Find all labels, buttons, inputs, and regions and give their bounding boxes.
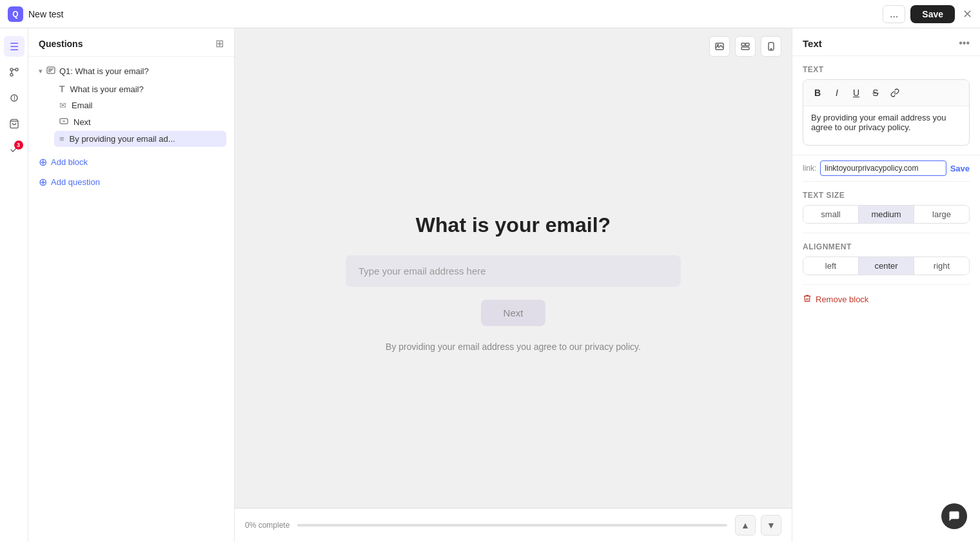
block-item-title[interactable]: T What is your email? bbox=[54, 81, 226, 97]
svg-point-1 bbox=[15, 68, 18, 71]
block-label-next: Next bbox=[74, 117, 91, 127]
nav-down-button[interactable]: ▼ bbox=[761, 515, 781, 536]
alignment-label: Alignment bbox=[803, 242, 970, 251]
notification-badge: 3 bbox=[14, 140, 23, 150]
save-button[interactable]: Save bbox=[910, 5, 955, 23]
email-block-icon: ✉ bbox=[59, 101, 66, 110]
right-panel: Text ••• Text B I U S By providing your … bbox=[792, 28, 980, 542]
progress-bar bbox=[297, 524, 727, 527]
question-main-row[interactable]: ▾ Q1: What is your email? bbox=[36, 62, 226, 81]
canvas-tool-mobile[interactable] bbox=[761, 36, 781, 57]
block-label-privacy: By providing your email ad... bbox=[70, 134, 175, 144]
topbar: Q New test ... Save ✕ bbox=[0, 0, 980, 28]
rail-list-icon[interactable]: ☰ bbox=[4, 36, 24, 57]
topbar-left: Q New test bbox=[8, 6, 63, 22]
block-item-privacy[interactable]: ≡ By providing your email ad... bbox=[54, 131, 226, 147]
size-selector: small medium large bbox=[803, 205, 970, 224]
link-input[interactable] bbox=[820, 160, 946, 176]
canvas-toolbar bbox=[235, 28, 792, 57]
bold-button[interactable]: B bbox=[808, 84, 827, 102]
strikethrough-button[interactable]: S bbox=[867, 84, 885, 102]
align-selector: left center right bbox=[803, 256, 970, 275]
right-panel-header: Text ••• bbox=[792, 28, 980, 56]
text-editor: B I U S By providing your email address … bbox=[803, 79, 970, 146]
alignment-section: Alignment left center right bbox=[792, 233, 980, 284]
canvas-tool-image[interactable] bbox=[709, 36, 730, 57]
block-item-next[interactable]: Next bbox=[54, 113, 226, 131]
icon-rail: ☰ 3 bbox=[0, 28, 28, 542]
right-panel-more-icon[interactable]: ••• bbox=[959, 37, 970, 49]
text-size-label: Text Size bbox=[803, 191, 970, 200]
rail-cart-icon[interactable] bbox=[4, 113, 24, 134]
canvas-nav-buttons: ▲ ▼ bbox=[735, 515, 781, 536]
rail-theme-icon[interactable] bbox=[4, 88, 24, 108]
questions-header: Questions ⊞ bbox=[28, 28, 234, 57]
canvas-content: What is your email? Type your email addr… bbox=[333, 57, 694, 508]
topbar-title: New test bbox=[28, 9, 63, 19]
add-block-label: Add block bbox=[51, 157, 88, 167]
question-type-icon bbox=[46, 66, 55, 77]
align-left-option[interactable]: left bbox=[803, 257, 858, 275]
privacy-policy-text: By providing your email address you agre… bbox=[386, 342, 641, 352]
canvas-bottom-bar: 0% complete ▲ ▼ bbox=[235, 508, 792, 542]
remove-block-label: Remove block bbox=[816, 295, 868, 304]
add-question-plus-icon: ⊕ bbox=[39, 176, 47, 188]
link-label: link: bbox=[803, 164, 816, 173]
svg-point-19 bbox=[770, 48, 772, 50]
canvas-tool-layout[interactable] bbox=[735, 36, 756, 57]
size-small-option[interactable]: small bbox=[803, 206, 858, 223]
link-row: link: Save bbox=[792, 155, 980, 181]
add-block-plus-icon: ⊕ bbox=[39, 156, 47, 168]
text-editor-content[interactable]: By providing your email address you agre… bbox=[803, 106, 969, 145]
collapse-icon[interactable]: ▾ bbox=[39, 67, 43, 75]
add-question-button[interactable]: ⊕ Add question bbox=[28, 172, 110, 192]
svg-point-0 bbox=[10, 68, 13, 71]
italic-button[interactable]: I bbox=[828, 84, 846, 102]
question-title: What is your email? bbox=[416, 213, 611, 237]
progress-label: 0% complete bbox=[245, 521, 289, 530]
main-canvas: What is your email? Type your email addr… bbox=[235, 28, 792, 542]
questions-panel-title: Questions bbox=[39, 39, 83, 49]
text-section-label: Text bbox=[803, 65, 970, 74]
block-list: T What is your email? ✉ Email Next bbox=[36, 81, 226, 147]
nav-up-button[interactable]: ▲ bbox=[735, 515, 756, 536]
underline-button[interactable]: U bbox=[847, 84, 865, 102]
trash-icon bbox=[803, 294, 812, 305]
link-format-button[interactable] bbox=[886, 84, 904, 102]
align-center-option[interactable]: center bbox=[858, 257, 914, 275]
size-large-option[interactable]: large bbox=[914, 206, 969, 223]
add-question-label: Add question bbox=[51, 177, 100, 187]
rail-check-icon[interactable]: 3 bbox=[4, 139, 24, 160]
next-block-icon bbox=[59, 117, 68, 128]
svg-rect-16 bbox=[746, 43, 750, 46]
text-editor-toolbar: B I U S bbox=[803, 80, 969, 106]
link-save-button[interactable]: Save bbox=[950, 164, 970, 173]
app-icon: Q bbox=[8, 6, 23, 22]
questions-panel: Questions ⊞ ▾ Q1: What is your email? T … bbox=[28, 28, 235, 542]
panel-layout-icon[interactable]: ⊞ bbox=[215, 37, 224, 50]
next-button[interactable]: Next bbox=[481, 300, 545, 326]
svg-rect-15 bbox=[741, 43, 745, 46]
remove-block-button[interactable]: Remove block bbox=[792, 285, 879, 314]
text-section: Text B I U S By providing your email add… bbox=[792, 56, 980, 155]
block-label-title: What is your email? bbox=[70, 84, 144, 94]
topbar-right: ... Save ✕ bbox=[883, 5, 972, 23]
align-right-option[interactable]: right bbox=[914, 257, 969, 275]
svg-rect-17 bbox=[741, 47, 749, 50]
block-label-email: Email bbox=[72, 101, 93, 110]
text-size-section: Text Size small medium large bbox=[792, 182, 980, 233]
size-medium-option[interactable]: medium bbox=[858, 206, 914, 223]
text-block-icon: T bbox=[59, 84, 65, 94]
text-lines-block-icon: ≡ bbox=[59, 134, 64, 144]
question-label: Q1: What is your email? bbox=[59, 66, 149, 76]
more-options-button[interactable]: ... bbox=[883, 5, 905, 23]
add-block-button[interactable]: ⊕ Add block bbox=[28, 152, 98, 172]
rail-branch-icon[interactable] bbox=[4, 62, 24, 82]
chat-support-button[interactable] bbox=[941, 503, 967, 529]
close-button[interactable]: ✕ bbox=[963, 7, 972, 21]
block-item-email[interactable]: ✉ Email bbox=[54, 97, 226, 113]
right-panel-title: Text bbox=[803, 38, 822, 49]
svg-point-2 bbox=[10, 73, 13, 76]
email-input-field[interactable]: Type your email address here bbox=[346, 255, 681, 287]
question-group: ▾ Q1: What is your email? T What is your… bbox=[28, 57, 234, 152]
